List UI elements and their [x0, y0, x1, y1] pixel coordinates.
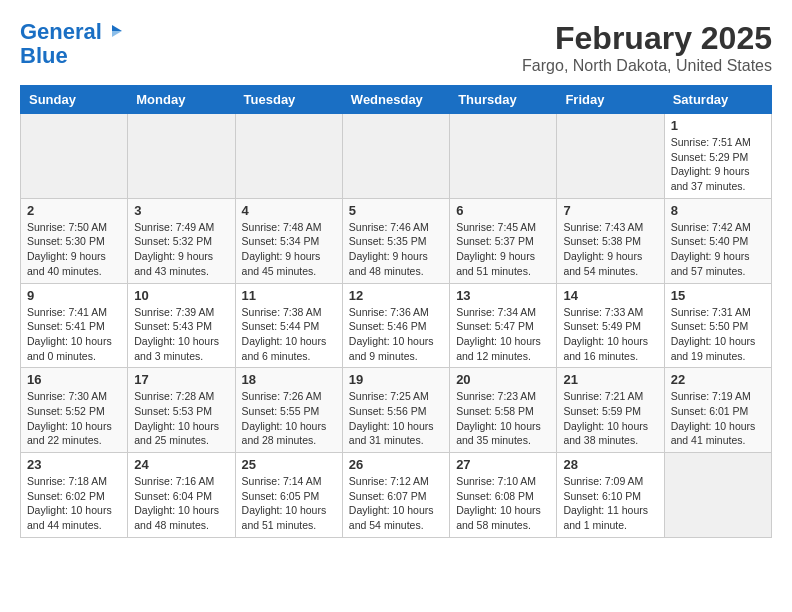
- table-row: 25Sunrise: 7:14 AM Sunset: 6:05 PM Dayli…: [235, 453, 342, 538]
- table-row: [664, 453, 771, 538]
- day-number: 1: [671, 118, 765, 133]
- table-row: 24Sunrise: 7:16 AM Sunset: 6:04 PM Dayli…: [128, 453, 235, 538]
- day-number: 22: [671, 372, 765, 387]
- day-info: Sunrise: 7:41 AM Sunset: 5:41 PM Dayligh…: [27, 305, 121, 364]
- table-row: 1Sunrise: 7:51 AM Sunset: 5:29 PM Daylig…: [664, 114, 771, 199]
- day-info: Sunrise: 7:25 AM Sunset: 5:56 PM Dayligh…: [349, 389, 443, 448]
- header-tuesday: Tuesday: [235, 86, 342, 114]
- logo-text-blue: Blue: [20, 44, 68, 68]
- day-number: 27: [456, 457, 550, 472]
- day-info: Sunrise: 7:12 AM Sunset: 6:07 PM Dayligh…: [349, 474, 443, 533]
- title-block: February 2025 Fargo, North Dakota, Unite…: [522, 20, 772, 75]
- header-sunday: Sunday: [21, 86, 128, 114]
- logo-text-general: General: [20, 20, 102, 44]
- table-row: [21, 114, 128, 199]
- day-number: 24: [134, 457, 228, 472]
- calendar-table: Sunday Monday Tuesday Wednesday Thursday…: [20, 85, 772, 538]
- day-info: Sunrise: 7:21 AM Sunset: 5:59 PM Dayligh…: [563, 389, 657, 448]
- day-number: 18: [242, 372, 336, 387]
- day-number: 25: [242, 457, 336, 472]
- table-row: [557, 114, 664, 199]
- table-row: 22Sunrise: 7:19 AM Sunset: 6:01 PM Dayli…: [664, 368, 771, 453]
- calendar-week-row: 23Sunrise: 7:18 AM Sunset: 6:02 PM Dayli…: [21, 453, 772, 538]
- day-number: 2: [27, 203, 121, 218]
- table-row: 19Sunrise: 7:25 AM Sunset: 5:56 PM Dayli…: [342, 368, 449, 453]
- table-row: 20Sunrise: 7:23 AM Sunset: 5:58 PM Dayli…: [450, 368, 557, 453]
- day-number: 14: [563, 288, 657, 303]
- logo-bird-icon: [102, 21, 124, 43]
- day-number: 12: [349, 288, 443, 303]
- day-info: Sunrise: 7:34 AM Sunset: 5:47 PM Dayligh…: [456, 305, 550, 364]
- calendar-week-row: 1Sunrise: 7:51 AM Sunset: 5:29 PM Daylig…: [21, 114, 772, 199]
- table-row: 14Sunrise: 7:33 AM Sunset: 5:49 PM Dayli…: [557, 283, 664, 368]
- day-number: 9: [27, 288, 121, 303]
- day-info: Sunrise: 7:16 AM Sunset: 6:04 PM Dayligh…: [134, 474, 228, 533]
- table-row: 15Sunrise: 7:31 AM Sunset: 5:50 PM Dayli…: [664, 283, 771, 368]
- svg-marker-1: [112, 31, 122, 37]
- table-row: 7Sunrise: 7:43 AM Sunset: 5:38 PM Daylig…: [557, 198, 664, 283]
- day-info: Sunrise: 7:31 AM Sunset: 5:50 PM Dayligh…: [671, 305, 765, 364]
- day-number: 21: [563, 372, 657, 387]
- header-wednesday: Wednesday: [342, 86, 449, 114]
- day-number: 17: [134, 372, 228, 387]
- calendar-week-row: 16Sunrise: 7:30 AM Sunset: 5:52 PM Dayli…: [21, 368, 772, 453]
- table-row: 18Sunrise: 7:26 AM Sunset: 5:55 PM Dayli…: [235, 368, 342, 453]
- day-number: 20: [456, 372, 550, 387]
- table-row: 2Sunrise: 7:50 AM Sunset: 5:30 PM Daylig…: [21, 198, 128, 283]
- day-number: 19: [349, 372, 443, 387]
- day-info: Sunrise: 7:19 AM Sunset: 6:01 PM Dayligh…: [671, 389, 765, 448]
- day-info: Sunrise: 7:33 AM Sunset: 5:49 PM Dayligh…: [563, 305, 657, 364]
- header-friday: Friday: [557, 86, 664, 114]
- svg-marker-0: [112, 25, 122, 31]
- table-row: 26Sunrise: 7:12 AM Sunset: 6:07 PM Dayli…: [342, 453, 449, 538]
- location-subtitle: Fargo, North Dakota, United States: [522, 57, 772, 75]
- day-info: Sunrise: 7:09 AM Sunset: 6:10 PM Dayligh…: [563, 474, 657, 533]
- day-info: Sunrise: 7:49 AM Sunset: 5:32 PM Dayligh…: [134, 220, 228, 279]
- table-row: 21Sunrise: 7:21 AM Sunset: 5:59 PM Dayli…: [557, 368, 664, 453]
- day-info: Sunrise: 7:38 AM Sunset: 5:44 PM Dayligh…: [242, 305, 336, 364]
- table-row: 3Sunrise: 7:49 AM Sunset: 5:32 PM Daylig…: [128, 198, 235, 283]
- day-number: 7: [563, 203, 657, 218]
- day-info: Sunrise: 7:50 AM Sunset: 5:30 PM Dayligh…: [27, 220, 121, 279]
- page-header: General Blue February 2025 Fargo, North …: [20, 20, 772, 75]
- logo: General Blue: [20, 20, 124, 68]
- day-number: 6: [456, 203, 550, 218]
- table-row: [342, 114, 449, 199]
- day-info: Sunrise: 7:51 AM Sunset: 5:29 PM Dayligh…: [671, 135, 765, 194]
- table-row: 28Sunrise: 7:09 AM Sunset: 6:10 PM Dayli…: [557, 453, 664, 538]
- table-row: 13Sunrise: 7:34 AM Sunset: 5:47 PM Dayli…: [450, 283, 557, 368]
- day-number: 23: [27, 457, 121, 472]
- day-info: Sunrise: 7:30 AM Sunset: 5:52 PM Dayligh…: [27, 389, 121, 448]
- calendar-header-row: Sunday Monday Tuesday Wednesday Thursday…: [21, 86, 772, 114]
- day-number: 28: [563, 457, 657, 472]
- day-info: Sunrise: 7:43 AM Sunset: 5:38 PM Dayligh…: [563, 220, 657, 279]
- calendar-week-row: 2Sunrise: 7:50 AM Sunset: 5:30 PM Daylig…: [21, 198, 772, 283]
- day-info: Sunrise: 7:46 AM Sunset: 5:35 PM Dayligh…: [349, 220, 443, 279]
- day-info: Sunrise: 7:42 AM Sunset: 5:40 PM Dayligh…: [671, 220, 765, 279]
- day-number: 26: [349, 457, 443, 472]
- table-row: 4Sunrise: 7:48 AM Sunset: 5:34 PM Daylig…: [235, 198, 342, 283]
- header-thursday: Thursday: [450, 86, 557, 114]
- table-row: 8Sunrise: 7:42 AM Sunset: 5:40 PM Daylig…: [664, 198, 771, 283]
- day-info: Sunrise: 7:36 AM Sunset: 5:46 PM Dayligh…: [349, 305, 443, 364]
- header-saturday: Saturday: [664, 86, 771, 114]
- table-row: 6Sunrise: 7:45 AM Sunset: 5:37 PM Daylig…: [450, 198, 557, 283]
- table-row: 23Sunrise: 7:18 AM Sunset: 6:02 PM Dayli…: [21, 453, 128, 538]
- calendar-week-row: 9Sunrise: 7:41 AM Sunset: 5:41 PM Daylig…: [21, 283, 772, 368]
- day-info: Sunrise: 7:14 AM Sunset: 6:05 PM Dayligh…: [242, 474, 336, 533]
- day-number: 16: [27, 372, 121, 387]
- header-monday: Monday: [128, 86, 235, 114]
- day-info: Sunrise: 7:18 AM Sunset: 6:02 PM Dayligh…: [27, 474, 121, 533]
- day-number: 15: [671, 288, 765, 303]
- day-info: Sunrise: 7:23 AM Sunset: 5:58 PM Dayligh…: [456, 389, 550, 448]
- day-number: 4: [242, 203, 336, 218]
- day-number: 8: [671, 203, 765, 218]
- table-row: 10Sunrise: 7:39 AM Sunset: 5:43 PM Dayli…: [128, 283, 235, 368]
- day-info: Sunrise: 7:28 AM Sunset: 5:53 PM Dayligh…: [134, 389, 228, 448]
- table-row: 27Sunrise: 7:10 AM Sunset: 6:08 PM Dayli…: [450, 453, 557, 538]
- day-number: 5: [349, 203, 443, 218]
- table-row: 5Sunrise: 7:46 AM Sunset: 5:35 PM Daylig…: [342, 198, 449, 283]
- day-number: 3: [134, 203, 228, 218]
- table-row: [235, 114, 342, 199]
- table-row: 12Sunrise: 7:36 AM Sunset: 5:46 PM Dayli…: [342, 283, 449, 368]
